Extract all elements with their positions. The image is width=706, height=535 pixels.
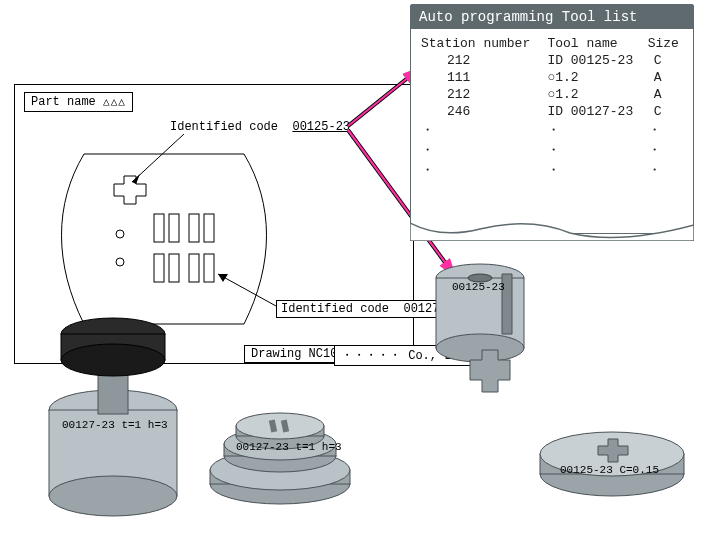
cell-tool: ID 00125-23 bbox=[545, 52, 645, 69]
tool-list-title: Auto programming Tool list bbox=[411, 5, 693, 29]
table-row: 212 ID 00125-23 C bbox=[419, 52, 685, 69]
table-row-ellipsis: ・ ・ ・ bbox=[419, 140, 685, 160]
cell-size: C bbox=[646, 103, 685, 120]
table-row-ellipsis: ・ ・ ・ bbox=[419, 120, 685, 140]
col-size: Size bbox=[646, 35, 685, 52]
svg-point-26 bbox=[49, 476, 177, 516]
tool-punch-label: 00125-23 bbox=[452, 281, 505, 293]
cell-size: A bbox=[646, 69, 685, 86]
tool-die-short bbox=[200, 400, 360, 520]
svg-point-22 bbox=[436, 334, 524, 362]
torn-edge-icon bbox=[410, 223, 694, 241]
cell-dot: ・ bbox=[646, 160, 685, 180]
svg-point-39 bbox=[236, 413, 324, 439]
cell-tool: ID 00127-23 bbox=[545, 103, 645, 120]
cell-dot: ・ bbox=[545, 140, 645, 160]
tool-list-panel: Auto programming Tool list Station numbe… bbox=[410, 4, 694, 234]
tool-punch bbox=[420, 254, 540, 424]
table-row: 111 ○1.2 A bbox=[419, 69, 685, 86]
cell-dot: ・ bbox=[545, 120, 645, 140]
tool-list-table: Station number Tool name Size 212 ID 001… bbox=[419, 35, 685, 180]
cell-dot: ・ bbox=[545, 160, 645, 180]
cell-station: 212 bbox=[419, 86, 545, 103]
col-station: Station number bbox=[419, 35, 545, 52]
cell-dot: ・ bbox=[419, 140, 545, 160]
tool-list-body: Station number Tool name Size 212 ID 001… bbox=[411, 29, 693, 186]
cell-dot: ・ bbox=[646, 140, 685, 160]
cell-tool: ○1.2 bbox=[545, 69, 645, 86]
table-row: 212 ○1.2 A bbox=[419, 86, 685, 103]
table-header-row: Station number Tool name Size bbox=[419, 35, 685, 52]
cell-size: A bbox=[646, 86, 685, 103]
cell-station: 111 bbox=[419, 69, 545, 86]
tool-die-tall bbox=[38, 300, 188, 520]
table-row-ellipsis: ・ ・ ・ bbox=[419, 160, 685, 180]
cell-dot: ・ bbox=[419, 160, 545, 180]
cell-dot: ・ bbox=[646, 120, 685, 140]
tool-die-flat-label: 00125-23 C=0.15 bbox=[560, 464, 659, 476]
cell-tool: ○1.2 bbox=[545, 86, 645, 103]
cell-station: 212 bbox=[419, 52, 545, 69]
table-row: 246 ID 00127-23 C bbox=[419, 103, 685, 120]
cell-size: C bbox=[646, 52, 685, 69]
cell-dot: ・ bbox=[419, 120, 545, 140]
tool-die-tall-label: 00127-23 t=1 h=3 bbox=[62, 419, 168, 431]
svg-point-30 bbox=[61, 344, 165, 376]
tool-die-short-label: 00127-23 t=1 h=3 bbox=[236, 441, 342, 453]
cell-station: 246 bbox=[419, 103, 545, 120]
col-tool: Tool name bbox=[545, 35, 645, 52]
